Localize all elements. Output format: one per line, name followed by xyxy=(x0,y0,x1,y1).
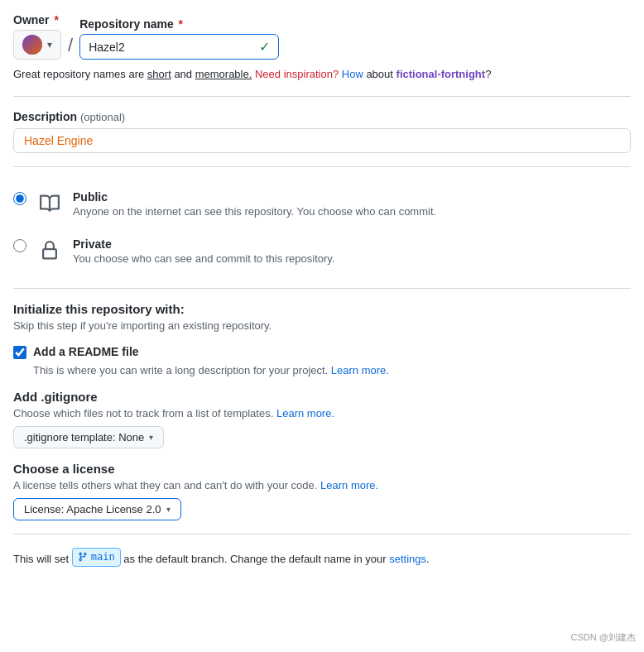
optional-text: (optional) xyxy=(80,111,125,123)
readme-checkbox[interactable] xyxy=(13,346,26,359)
readme-label[interactable]: Add a README file xyxy=(33,345,139,358)
owner-select[interactable]: ▾ xyxy=(13,30,61,60)
private-text-group: Private You choose who can see and commi… xyxy=(73,237,631,265)
license-learn-more-link[interactable]: Learn more. xyxy=(320,479,378,491)
how-link[interactable]: How xyxy=(342,68,363,80)
gitignore-description: Choose which files not to track from a l… xyxy=(13,407,631,419)
gitignore-dropdown-label: .gitignore template: None xyxy=(24,431,144,443)
divider-2 xyxy=(13,166,631,167)
repo-name-input[interactable] xyxy=(89,41,254,54)
owner-field-group: Owner * ▾ xyxy=(13,13,61,60)
lock-icon xyxy=(40,241,60,261)
gitignore-learn-more-link[interactable]: Learn more. xyxy=(276,407,334,419)
public-description: Anyone on the internet can see this repo… xyxy=(73,205,631,218)
avatar xyxy=(22,35,42,55)
repo-name-input-wrapper: ✓ xyxy=(79,34,279,60)
readme-description: This is where you can write a long descr… xyxy=(33,364,631,376)
description-section: Description (optional) xyxy=(13,110,631,153)
gitignore-title: Add .gitignore xyxy=(13,390,631,404)
book-icon xyxy=(40,194,60,213)
repo-name-label: Repository name * xyxy=(79,17,279,31)
valid-check-icon: ✓ xyxy=(259,39,270,55)
public-title: Public xyxy=(73,190,631,204)
repo-name-field-group: Repository name * ✓ xyxy=(79,17,279,60)
visibility-section: Public Anyone on the internet can see th… xyxy=(13,180,631,275)
private-radio[interactable] xyxy=(13,239,26,252)
slash-separator: / xyxy=(68,36,73,60)
settings-link[interactable]: settings xyxy=(389,552,426,564)
license-description: A license tells others what they can and… xyxy=(13,479,631,491)
gitignore-dropdown[interactable]: .gitignore template: None ▾ xyxy=(13,426,164,448)
chevron-down-icon: ▾ xyxy=(47,39,52,50)
repo-name-required-star: * xyxy=(175,17,183,31)
description-label: Description (optional) xyxy=(13,110,631,123)
branch-name: main xyxy=(91,549,115,565)
divider-1 xyxy=(13,96,631,97)
public-text-group: Public Anyone on the internet can see th… xyxy=(73,190,631,218)
public-radio[interactable] xyxy=(13,192,26,205)
branch-badge: main xyxy=(72,548,121,567)
license-title: Choose a license xyxy=(13,462,631,476)
visibility-public-option: Public Anyone on the internet can see th… xyxy=(13,180,631,228)
license-chevron-icon: ▾ xyxy=(166,505,171,514)
divider-3 xyxy=(13,288,631,289)
avatar-image xyxy=(22,35,42,55)
readme-learn-more-link[interactable]: Learn more. xyxy=(331,364,389,376)
private-title: Private xyxy=(73,237,631,251)
owner-repo-row: Owner * ▾ / Repository name * ✓ xyxy=(13,13,631,60)
license-dropdown[interactable]: License: Apache License 2.0 ▾ xyxy=(13,498,181,520)
initialize-section: Initialize this repository with: Skip th… xyxy=(13,302,631,520)
description-input[interactable] xyxy=(13,128,631,153)
visibility-private-option: Private You choose who can see and commi… xyxy=(13,228,631,275)
gitignore-section: Add .gitignore Choose which files not to… xyxy=(13,390,631,448)
owner-required-star: * xyxy=(51,13,59,26)
default-branch-text: This will set main as the default branch… xyxy=(13,548,631,568)
license-dropdown-label: License: Apache License 2.0 xyxy=(24,503,161,515)
divider-4 xyxy=(13,534,631,535)
lock-icon-wrapper xyxy=(36,237,63,264)
initialize-title: Initialize this repository with: xyxy=(13,302,631,316)
gitignore-chevron-icon: ▾ xyxy=(149,433,153,442)
private-description: You choose who can see and commit to thi… xyxy=(73,252,631,265)
initialize-subtitle: Skip this step if you're importing an ex… xyxy=(13,319,631,332)
license-section: Choose a license A license tells others … xyxy=(13,462,631,520)
book-icon-wrapper xyxy=(36,190,63,217)
owner-label: Owner * xyxy=(13,13,61,26)
readme-checkbox-row: Add a README file xyxy=(13,345,631,359)
branch-icon xyxy=(78,552,88,562)
hint-text: Great repository names are short and mem… xyxy=(13,66,631,83)
